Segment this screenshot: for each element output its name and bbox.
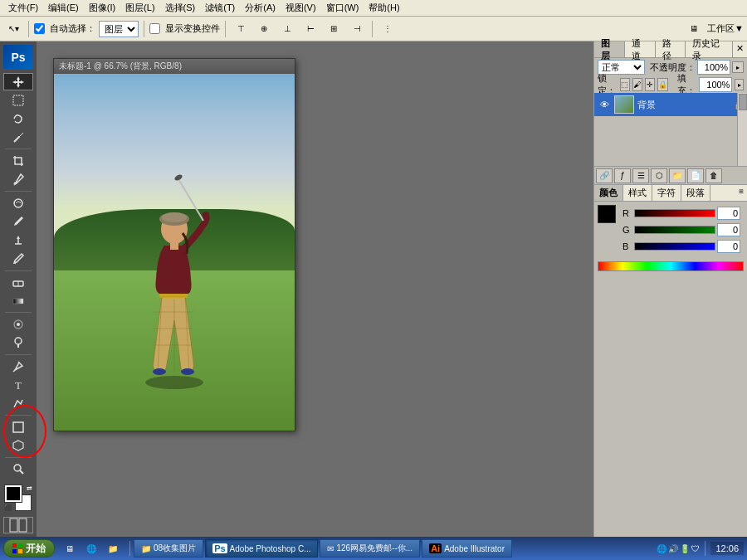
lock-all-btn[interactable]: 🔒	[657, 78, 668, 91]
dodge-tool[interactable]	[3, 334, 33, 352]
g-value-input[interactable]: 0	[717, 223, 740, 236]
tab-layers[interactable]: 图层	[594, 41, 625, 57]
scrollbar-thumb[interactable]	[739, 94, 747, 110]
ai-taskbar-icon: Ai	[429, 543, 442, 553]
layers-panel-close[interactable]: ✕	[733, 41, 747, 57]
tab-color[interactable]: 颜色	[594, 185, 623, 201]
swap-colors-icon[interactable]: ⇄	[27, 485, 32, 492]
auto-select-label: 自动选择：	[50, 22, 95, 35]
tab-paragraph[interactable]: 段落	[681, 185, 710, 201]
opacity-input[interactable]	[697, 60, 730, 75]
reset-colors-icon[interactable]: ⬛	[4, 504, 12, 512]
move-tool[interactable]	[3, 73, 33, 90]
start-button[interactable]: 开始	[3, 539, 55, 558]
history-brush-tool[interactable]	[3, 250, 33, 267]
menu-view[interactable]: 视图(V)	[281, 0, 321, 16]
ie-btn[interactable]: 🌐	[81, 539, 101, 558]
lock-paint-btn[interactable]: 🖌	[632, 78, 642, 91]
main-area: Ps	[0, 41, 747, 537]
lock-move-btn[interactable]: ✛	[645, 78, 655, 91]
tab-channels[interactable]: 通道	[625, 41, 656, 57]
tab-paths[interactable]: 路径	[656, 41, 686, 57]
auto-select-dropdown[interactable]: 图层	[99, 21, 139, 37]
svg-point-12	[15, 338, 22, 344]
align-right-btn[interactable]: ⊣	[347, 20, 367, 38]
folder-btn[interactable]: 📁	[103, 539, 123, 558]
tool-separator-3	[5, 270, 32, 271]
zoom-tool[interactable]	[3, 460, 33, 478]
workspace-icon[interactable]: 🖥	[684, 20, 704, 38]
show-transform-checkbox[interactable]	[149, 23, 160, 34]
taskbar-illustrator-label: Adobe Illustrator	[444, 544, 505, 553]
opacity-arrow[interactable]: ▸	[732, 61, 744, 73]
align-bottom-btn[interactable]: ⊥	[277, 20, 297, 38]
golf-canvas[interactable]	[54, 74, 295, 431]
distribute-btn[interactable]: ⋮	[378, 20, 398, 38]
quick-mask-btn[interactable]	[3, 517, 33, 533]
lock-transparent-btn[interactable]: ⬚	[620, 78, 630, 91]
menu-image[interactable]: 图像(I)	[84, 0, 120, 16]
auto-select-checkbox[interactable]	[34, 23, 45, 34]
new-adjustment-btn[interactable]: ⬡	[651, 168, 667, 183]
new-group-btn[interactable]: 📁	[669, 168, 686, 183]
link-layers-btn[interactable]: 🔗	[596, 168, 613, 183]
menu-select[interactable]: 选择(S)	[160, 0, 201, 16]
fill-input[interactable]	[699, 77, 732, 92]
gradient-tool[interactable]	[3, 292, 33, 309]
menu-edit[interactable]: 编辑(E)	[43, 0, 84, 16]
tab-history[interactable]: 历史记录	[686, 41, 733, 57]
taskbar-item-illustrator[interactable]: Ai Adobe Illustrator	[422, 539, 512, 558]
pen-tool[interactable]	[3, 358, 33, 375]
colors-panel-menu[interactable]: ≡	[735, 185, 747, 201]
layer-scrollbar[interactable]	[737, 93, 747, 166]
clone-tool[interactable]	[3, 231, 33, 249]
menu-window[interactable]: 窗口(W)	[321, 0, 364, 16]
tab-character[interactable]: 字符	[652, 185, 681, 201]
marquee-tool[interactable]	[3, 91, 33, 109]
layer-fx-btn[interactable]: ƒ	[614, 168, 631, 183]
align-top-btn[interactable]: ⊤	[231, 20, 251, 38]
workspace-label[interactable]: 工作区▼	[707, 22, 744, 35]
foreground-color-swatch[interactable]	[5, 485, 22, 502]
add-mask-btn[interactable]: ☰	[632, 168, 649, 183]
taskbar-item-email[interactable]: ✉ 126网易免费邮--你...	[320, 539, 420, 558]
align-hcenter-btn[interactable]: ⊞	[324, 20, 344, 38]
3d-tool[interactable]	[3, 436, 33, 454]
svg-point-16	[14, 465, 21, 471]
b-value-input[interactable]: 0	[717, 240, 740, 253]
crop-tool[interactable]	[3, 152, 33, 169]
r-row: R 0	[619, 205, 744, 222]
r-value-input[interactable]: 0	[717, 207, 740, 220]
show-desktop-btn[interactable]: 🖥	[60, 539, 80, 558]
menu-help[interactable]: 帮助(H)	[364, 0, 404, 16]
taskbar-item-photoshop[interactable]: Ps Adobe Photoshop C...	[205, 539, 318, 558]
move-tool-option[interactable]: ↖▾	[3, 20, 23, 38]
active-color-swatch[interactable]	[598, 205, 616, 223]
path-select-tool[interactable]	[3, 395, 33, 412]
layer-eye-icon[interactable]: 👁	[598, 98, 611, 111]
align-left-btn[interactable]: ⊢	[300, 20, 320, 38]
eraser-tool[interactable]	[3, 274, 33, 291]
healing-brush-tool[interactable]	[3, 194, 33, 212]
blur-tool[interactable]	[3, 315, 33, 333]
new-layer-btn[interactable]: 📄	[687, 168, 704, 183]
menu-file[interactable]: 文件(F)	[3, 0, 43, 16]
magic-wand-tool[interactable]	[3, 129, 33, 146]
align-vcenter-btn[interactable]: ⊕	[254, 20, 274, 38]
taskbar-item-folder[interactable]: 📁 08收集图片	[134, 539, 203, 558]
menu-analysis[interactable]: 分析(A)	[240, 0, 281, 16]
delete-layer-btn[interactable]: 🗑	[706, 168, 722, 183]
menu-layer[interactable]: 图层(L)	[120, 0, 159, 16]
tab-styles[interactable]: 样式	[623, 185, 652, 201]
brush-tool[interactable]	[3, 213, 33, 231]
shape-tool[interactable]	[3, 418, 33, 436]
eyedropper-tool[interactable]	[3, 171, 33, 188]
menu-filter[interactable]: 滤镜(T)	[200, 0, 240, 16]
security-icon: 🛡	[691, 544, 700, 553]
text-tool[interactable]: T	[3, 376, 33, 393]
color-spectrum[interactable]	[598, 261, 744, 271]
fill-arrow[interactable]: ▸	[735, 79, 744, 90]
lasso-tool[interactable]	[3, 110, 33, 128]
layer-item-background[interactable]: 👁 背景 🔒	[594, 93, 747, 116]
svg-point-28	[181, 368, 194, 375]
